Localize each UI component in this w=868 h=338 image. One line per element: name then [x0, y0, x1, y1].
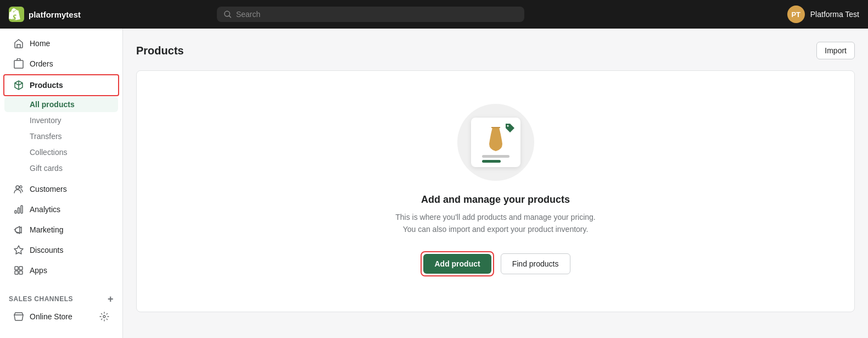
sidebar-subitem-gift-cards[interactable]: Gift cards — [4, 160, 118, 176]
search-icon — [223, 10, 232, 19]
sidebar-item-marketing-label: Marketing — [30, 225, 63, 234]
store-name: platformytest — [29, 10, 81, 19]
sales-channels-label: SALES CHANNELS — [9, 295, 73, 303]
empty-state-title: Add and manage your products — [421, 194, 570, 206]
discounts-icon — [13, 245, 24, 256]
vase-illustration — [485, 125, 507, 155]
svg-point-13 — [507, 125, 508, 127]
sidebar-subitem-transfers[interactable]: Transfers — [4, 129, 118, 144]
product-card-illustration — [471, 118, 520, 167]
import-button[interactable]: Import — [816, 42, 855, 59]
sidebar-item-products[interactable]: Products — [4, 75, 118, 95]
sidebar-item-home-label: Home — [30, 39, 50, 48]
sidebar-subitem-collections[interactable]: Collections — [4, 145, 118, 160]
sidebar-item-discounts[interactable]: Discounts — [4, 240, 118, 260]
svg-rect-6 — [18, 208, 20, 213]
sidebar-nav: Home Orders Products — [0, 29, 122, 285]
page-header: Products Import — [136, 42, 855, 59]
all-products-label: All products — [30, 100, 75, 109]
svg-point-12 — [103, 315, 105, 318]
sidebar-subitem-all-products[interactable]: All products — [4, 97, 118, 112]
gift-cards-label: Gift cards — [30, 164, 63, 173]
sidebar-item-products-label: Products — [30, 81, 63, 90]
products-nav-section: Products — [3, 74, 119, 96]
svg-rect-9 — [19, 267, 23, 270]
empty-state-actions: Add product Find products — [421, 251, 570, 276]
products-icon — [13, 80, 24, 91]
main-content: Products Import — [123, 29, 868, 338]
empty-state-card: Add and manage your products This is whe… — [136, 70, 855, 312]
page-title: Products — [136, 45, 184, 57]
collections-label: Collections — [30, 148, 67, 157]
svg-point-3 — [16, 186, 19, 189]
find-products-button[interactable]: Find products — [501, 253, 570, 274]
sidebar-item-discounts-label: Discounts — [30, 246, 63, 254]
analytics-icon — [13, 204, 24, 215]
sidebar-item-customers[interactable]: Customers — [4, 179, 118, 199]
svg-rect-11 — [19, 271, 23, 274]
layout: Home Orders Products — [0, 29, 868, 338]
shopify-logo-icon — [9, 7, 24, 22]
search-input[interactable] — [236, 10, 518, 19]
products-subnav: All products Inventory Transfers Collect… — [0, 97, 122, 179]
illustration-line-2 — [482, 160, 501, 163]
topbar: platformytest PT Platforma Test — [0, 0, 868, 29]
sidebar-item-analytics-label: Analytics — [30, 205, 60, 214]
svg-rect-7 — [21, 206, 23, 213]
sidebar-item-orders[interactable]: Orders — [4, 54, 118, 74]
online-store-label: Online Store — [30, 312, 72, 321]
online-store-icon — [13, 311, 24, 322]
sidebar-item-customers-label: Customers — [30, 185, 67, 193]
sidebar-item-apps[interactable]: Apps — [4, 261, 118, 280]
username: Platforma Test — [810, 10, 859, 19]
illustration-line-1 — [482, 155, 509, 158]
inventory-label: Inventory — [30, 116, 61, 125]
sidebar-item-analytics[interactable]: Analytics — [4, 200, 118, 219]
empty-state-description: This is where you'll add products and ma… — [391, 211, 600, 236]
sidebar-item-marketing[interactable]: Marketing — [4, 220, 118, 240]
svg-rect-5 — [15, 210, 16, 213]
empty-state-illustration — [457, 104, 534, 181]
search-bar[interactable] — [217, 7, 524, 22]
sidebar-item-orders-label: Orders — [30, 59, 53, 68]
svg-point-4 — [20, 186, 22, 188]
store-logo[interactable]: platformytest — [9, 7, 81, 22]
sidebar-item-apps-label: Apps — [30, 266, 47, 275]
svg-rect-8 — [15, 267, 18, 270]
sidebar-item-online-store[interactable]: Online Store — [4, 307, 118, 326]
sales-channels-section: SALES CHANNELS + — [0, 285, 122, 306]
sidebar-item-home[interactable]: Home — [4, 34, 118, 53]
sidebar: Home Orders Products — [0, 29, 123, 338]
svg-rect-2 — [14, 60, 23, 68]
add-sales-channel-button[interactable]: + — [108, 294, 114, 304]
home-icon — [13, 38, 24, 49]
avatar: PT — [787, 5, 805, 23]
online-store-settings-icon[interactable] — [99, 312, 109, 322]
topbar-right: PT Platforma Test — [787, 5, 859, 23]
customers-icon — [13, 184, 24, 195]
add-product-highlight: Add product — [421, 251, 494, 276]
svg-rect-10 — [15, 271, 18, 274]
orders-icon — [13, 58, 24, 69]
marketing-icon — [13, 224, 24, 235]
add-product-button[interactable]: Add product — [423, 254, 491, 274]
sidebar-subitem-inventory[interactable]: Inventory — [4, 113, 118, 128]
transfers-label: Transfers — [30, 132, 62, 141]
apps-icon — [13, 265, 24, 276]
